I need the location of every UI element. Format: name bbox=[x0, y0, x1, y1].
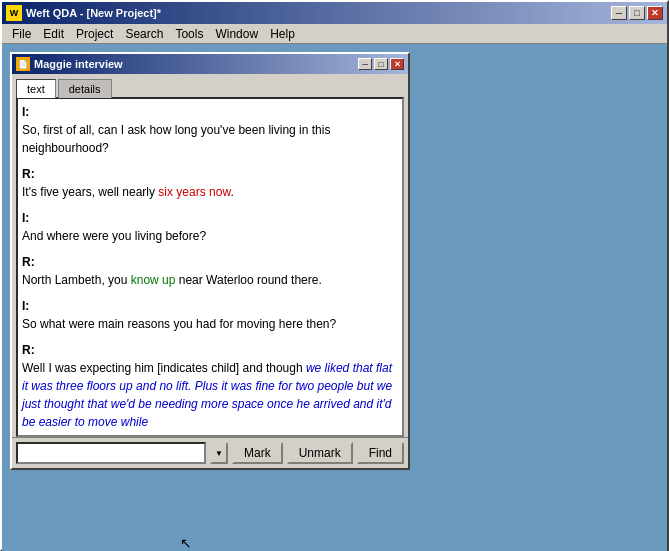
text-content: I: So, first of all, can I ask how long … bbox=[22, 103, 398, 431]
doc-icon: 📄 bbox=[16, 57, 30, 71]
tab-details[interactable]: details bbox=[58, 79, 112, 98]
highlight-six-years: six years bbox=[158, 185, 205, 199]
doc-close-button[interactable]: ✕ bbox=[390, 58, 404, 70]
doc-title-bar: 📄 Maggie interview ─ □ ✕ bbox=[12, 54, 408, 74]
menu-help[interactable]: Help bbox=[264, 25, 301, 43]
tabs-bar: text details bbox=[12, 74, 408, 97]
find-button[interactable]: Find bbox=[357, 442, 404, 464]
menu-window[interactable]: Window bbox=[209, 25, 264, 43]
doc-window: 📄 Maggie interview ─ □ ✕ text details I bbox=[10, 52, 410, 470]
main-area: 📄 Maggie interview ─ □ ✕ text details I bbox=[2, 44, 667, 551]
speaker-3: I: bbox=[22, 211, 29, 225]
title-bar-buttons: ─ □ ✕ bbox=[611, 6, 663, 20]
doc-tb-buttons: ─ □ ✕ bbox=[358, 58, 404, 70]
paragraph-6: R: Well I was expecting him [indicates c… bbox=[22, 341, 398, 431]
highlight-know-up: know up bbox=[131, 273, 176, 287]
highlight-now: now bbox=[209, 185, 230, 199]
menu-edit[interactable]: Edit bbox=[37, 25, 70, 43]
doc-title-left: 📄 Maggie interview bbox=[16, 57, 123, 71]
menu-search[interactable]: Search bbox=[119, 25, 169, 43]
minimize-button[interactable]: ─ bbox=[611, 6, 627, 20]
menu-bar: File Edit Project Search Tools Window He… bbox=[2, 24, 667, 44]
title-bar: W Weft QDA - [New Project]* ─ □ ✕ bbox=[2, 2, 667, 24]
os-window: W Weft QDA - [New Project]* ─ □ ✕ File E… bbox=[0, 0, 669, 551]
menu-project[interactable]: Project bbox=[70, 25, 119, 43]
title-bar-left: W Weft QDA - [New Project]* bbox=[6, 5, 161, 21]
speaker-6: R: bbox=[22, 343, 35, 357]
paragraph-5: I: So what were main reasons you had for… bbox=[22, 297, 398, 333]
text-content-area[interactable]: I: So, first of all, can I ask how long … bbox=[16, 97, 404, 437]
bottom-bar: ▼ Mark Unmark Find bbox=[12, 437, 408, 468]
unmark-button[interactable]: Unmark bbox=[287, 442, 353, 464]
search-input[interactable] bbox=[16, 442, 206, 464]
menu-file[interactable]: File bbox=[6, 25, 37, 43]
doc-title: Maggie interview bbox=[34, 58, 123, 70]
mouse-cursor: ↖ bbox=[180, 535, 192, 551]
maximize-button[interactable]: □ bbox=[629, 6, 645, 20]
menu-tools[interactable]: Tools bbox=[169, 25, 209, 43]
speaker-2: R: bbox=[22, 167, 35, 181]
paragraph-4: R: North Lambeth, you know up near Water… bbox=[22, 253, 398, 289]
app-icon: W bbox=[6, 5, 22, 21]
paragraph-3: I: And where were you living before? bbox=[22, 209, 398, 245]
paragraph-2: R: It's five years, well nearly six year… bbox=[22, 165, 398, 201]
speaker-5: I: bbox=[22, 299, 29, 313]
speaker-4: R: bbox=[22, 255, 35, 269]
speaker-1: I: bbox=[22, 105, 29, 119]
paragraph-1: I: So, first of all, can I ask how long … bbox=[22, 103, 398, 157]
mark-button[interactable]: Mark bbox=[232, 442, 283, 464]
highlight-blue-text: we liked that flat it was three floors u… bbox=[22, 361, 392, 429]
doc-maximize-button[interactable]: □ bbox=[374, 58, 388, 70]
tab-text[interactable]: text bbox=[16, 79, 56, 98]
app-title: Weft QDA - [New Project]* bbox=[26, 7, 161, 19]
dropdown-button[interactable]: ▼ bbox=[210, 442, 228, 464]
doc-minimize-button[interactable]: ─ bbox=[358, 58, 372, 70]
close-button[interactable]: ✕ bbox=[647, 6, 663, 20]
